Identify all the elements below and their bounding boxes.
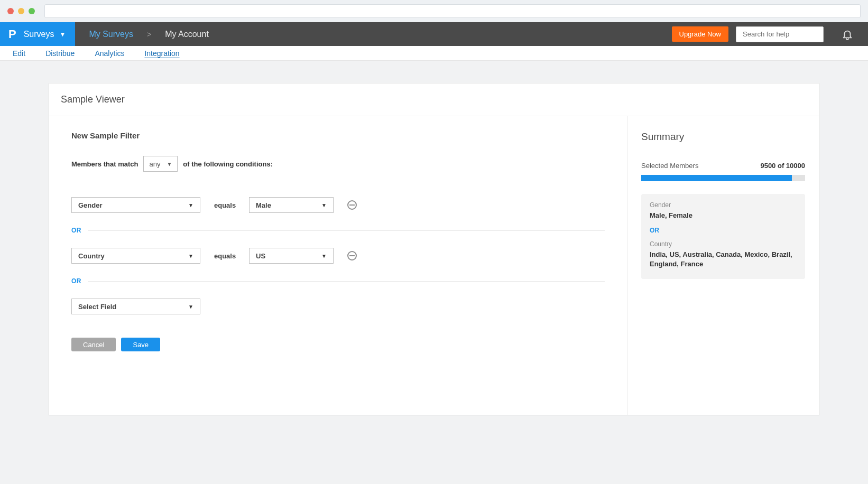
summary-group-label: Country [650,240,797,248]
filter-builder: New Sample Filter Members that match any… [49,116,627,415]
tab-analytics[interactable]: Analytics [95,49,124,58]
breadcrumb-separator: > [147,30,151,39]
selected-progress-bar [641,175,805,181]
condition-row-blank: Select Field ▼ [71,299,605,314]
selected-members-label: Selected Members [641,162,698,170]
selected-progress-fill [641,175,792,181]
svg-rect-1 [349,255,355,256]
tab-distribute[interactable]: Distribue [45,49,75,58]
svg-rect-0 [349,204,355,206]
or-divider: OR [71,277,605,285]
selected-members-row: Selected Members 9500 of 10000 [641,162,805,170]
sample-viewer-panel: Sample Viewer New Sample Filter Members … [49,83,819,415]
remove-condition-button[interactable] [347,200,357,210]
save-button[interactable]: Save [121,338,160,351]
breadcrumb: My Surveys > My Account [75,30,208,39]
panel-title: Sample Viewer [49,83,819,116]
filter-heading: New Sample Filter [71,131,605,140]
summary-or-label: OR [650,227,797,234]
workspace-switcher[interactable]: Surveys ▼ [24,30,66,39]
condition-row: Gender ▼ equals Male ▼ [71,197,605,213]
match-row: Members that match any ▼ of the followin… [71,156,605,172]
field-select[interactable]: Country ▼ [71,248,200,264]
field-value: Gender [78,201,103,209]
selected-members-count: 9500 of 10000 [760,162,805,170]
tab-edit[interactable]: Edit [13,49,25,58]
field-select-blank[interactable]: Select Field ▼ [71,299,200,314]
or-label: OR [71,277,81,285]
window-close-icon[interactable] [7,8,14,14]
chevron-down-icon: ▼ [188,202,193,208]
summary-card: Gender Male, Female OR Country India, US… [641,194,805,279]
window-minimize-icon[interactable] [18,8,24,14]
breadcrumb-link-account[interactable]: My Account [165,30,209,39]
summary-title: Summary [641,131,805,143]
value-text: Male [256,201,271,209]
brand-logo-icon: P [8,27,16,41]
address-bar[interactable] [44,4,861,18]
match-prefix: Members that match [71,160,138,168]
match-mode-value: any [149,160,160,168]
match-mode-select[interactable]: any ▼ [143,156,178,172]
operator-label: equals [214,252,235,260]
value-select[interactable]: US ▼ [249,248,334,264]
cancel-button[interactable]: Cancel [71,338,116,351]
workspace-label: Surveys [24,30,54,39]
chevron-down-icon: ▼ [188,253,193,259]
field-placeholder: Select Field [78,303,116,311]
chevron-down-icon: ▼ [59,31,66,38]
chevron-down-icon: ▼ [321,202,327,208]
summary-group-value: India, US, Australia, Canada, Mexico, Br… [650,250,797,269]
top-nav: P Surveys ▼ My Surveys > My Account Upgr… [0,22,868,46]
chevron-down-icon: ▼ [167,161,172,167]
summary-panel: Summary Selected Members 9500 of 10000 G… [627,116,819,415]
chevron-down-icon: ▼ [321,253,327,259]
field-select[interactable]: Gender ▼ [71,197,200,213]
summary-group-value: Male, Female [650,211,797,220]
value-select[interactable]: Male ▼ [249,197,334,213]
or-divider: OR [71,227,605,234]
notifications-bell-icon[interactable] [842,29,853,40]
remove-condition-button[interactable] [347,251,357,260]
window-controls [7,8,35,14]
filter-actions: Cancel Save [71,338,605,351]
match-suffix: of the following conditions: [183,160,273,168]
field-value: Country [78,252,105,260]
chevron-down-icon: ▼ [188,304,193,310]
value-text: US [256,252,265,260]
browser-chrome [0,0,868,22]
brand-block: P Surveys ▼ [0,22,75,46]
help-search-input[interactable] [736,26,824,42]
tab-integration[interactable]: Integration [144,49,179,58]
breadcrumb-link-surveys[interactable]: My Surveys [89,30,133,39]
or-label: OR [71,227,81,234]
condition-row: Country ▼ equals US ▼ [71,248,605,264]
operator-label: equals [214,201,235,209]
window-maximize-icon[interactable] [29,8,35,14]
summary-group-label: Gender [650,201,797,209]
sub-nav: Edit Distribue Analytics Integration [0,46,868,61]
upgrade-button[interactable]: Upgrade Now [672,26,729,42]
